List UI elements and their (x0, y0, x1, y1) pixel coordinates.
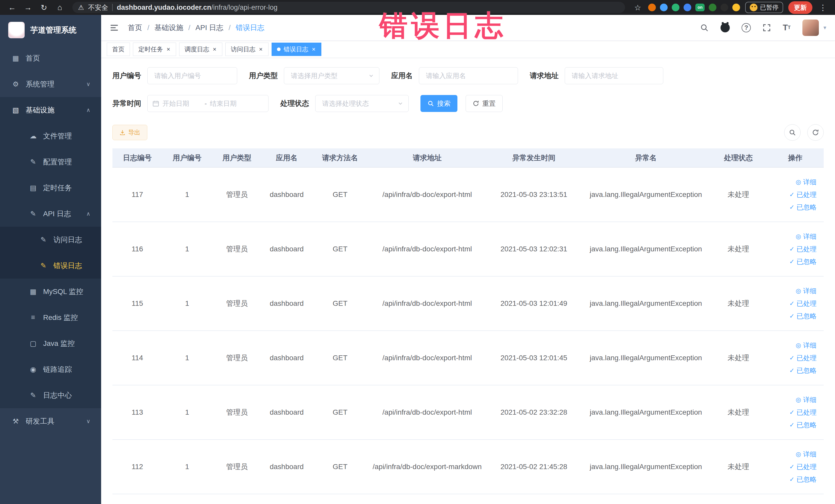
table-row: 1171管理员dashboardGET/api/infra/db-doc/exp… (113, 167, 824, 222)
action-detail-link[interactable]: ◎详细 (796, 232, 816, 241)
breadcrumb-item[interactable]: 首页 (128, 23, 142, 33)
toggle-search-button[interactable] (784, 124, 801, 141)
sidebar-item-mysql-monitor[interactable]: ▦MySQL 监控 (0, 279, 101, 304)
action-ignored-link[interactable]: ✓已忽略 (789, 421, 816, 429)
action-ignored-link[interactable]: ✓已忽略 (789, 312, 816, 321)
search-icon[interactable] (700, 23, 709, 32)
extension-green-circle-icon[interactable] (672, 4, 679, 11)
tab-scheduled-tasks[interactable]: 定时任务× (133, 43, 176, 56)
check-icon: ✓ (789, 463, 794, 470)
security-label[interactable]: 不安全 (88, 3, 108, 12)
sidebar-item-trace[interactable]: ◉链路追踪 (0, 356, 101, 382)
action-ignored-link[interactable]: ✓已忽略 (789, 257, 816, 266)
extension-paw-icon[interactable] (720, 4, 728, 11)
extension-tree-icon[interactable] (709, 4, 716, 11)
reload-icon[interactable]: ↻ (39, 3, 49, 12)
close-icon[interactable]: × (166, 46, 171, 53)
action-detail-link[interactable]: ◎详细 (796, 450, 816, 459)
action-ignored-link[interactable]: ✓已忽略 (789, 475, 816, 484)
cell-method: GET (312, 440, 369, 494)
sidebar-item-java-monitor[interactable]: ▢Java 监控 (0, 330, 101, 356)
sidebar-item-home[interactable]: ▦首页 (0, 45, 101, 71)
sidebar-item-infrastructure[interactable]: ▧基础设施∧ (0, 97, 101, 123)
request-url-input[interactable] (565, 67, 663, 84)
extension-orange-icon[interactable] (648, 4, 656, 11)
page-url[interactable]: dashboard.yudao.iocoder.cn/infra/log/api… (117, 4, 278, 12)
security-warning-icon[interactable]: ⚠ (78, 4, 84, 12)
user-type-select-input[interactable] (284, 67, 380, 84)
address-bar[interactable]: ⚠ 不安全 dashboard.yudao.iocoder.cn/infra/l… (73, 2, 625, 13)
reset-button[interactable]: 重置 (466, 95, 503, 112)
export-button[interactable]: 导出 (113, 125, 147, 140)
breadcrumb-item[interactable]: 错误日志 (236, 23, 264, 33)
close-icon[interactable]: × (311, 46, 316, 53)
action-detail-link[interactable]: ◎详细 (796, 178, 816, 187)
action-processed-link[interactable]: ✓已处理 (789, 190, 816, 199)
tab-home[interactable]: 首页 (107, 43, 130, 56)
extension-paused-chip[interactable]: 已暂停 (745, 2, 783, 13)
action-processed-link[interactable]: ✓已处理 (789, 299, 816, 308)
sidebar-item-redis-monitor[interactable]: ≡Redis 监控 (0, 304, 101, 330)
refresh-table-button[interactable] (807, 124, 824, 141)
table-row: 1121管理员dashboardGET/api/infra/db-doc/exp… (113, 440, 824, 494)
date-range-picker[interactable]: - (147, 95, 268, 112)
sidebar-item-error-log[interactable]: ✎错误日志 (0, 253, 101, 279)
sidebar-item-scheduled-tasks[interactable]: ▤定时任务 (0, 175, 101, 201)
start-date-input[interactable] (162, 100, 202, 107)
sidebar-item-dev-tools[interactable]: ⚒研发工具∨ (0, 408, 101, 434)
extension-blue-grid-icon[interactable] (684, 4, 691, 11)
sidebar-item-log-center[interactable]: ✎日志中心 (0, 382, 101, 408)
tab-label: 调度日志 (185, 45, 209, 54)
process-status-select-input[interactable] (315, 95, 409, 112)
sidebar-item-file-management[interactable]: ☁文件管理 (0, 123, 101, 149)
app-name-input[interactable] (419, 67, 518, 84)
breadcrumb-item[interactable]: 基础设施 (155, 23, 183, 33)
font-size-icon[interactable]: TT (782, 23, 791, 32)
action-label: 已处理 (796, 245, 816, 254)
tab-access-log[interactable]: 访问日志× (225, 43, 268, 56)
github-icon[interactable] (720, 23, 730, 32)
end-date-input[interactable] (210, 100, 249, 107)
help-icon[interactable]: ? (741, 23, 751, 32)
process-status-select[interactable] (315, 95, 409, 112)
user-avatar[interactable] (802, 20, 819, 36)
logo-row[interactable]: 芋道管理系统 (0, 15, 101, 45)
search-button[interactable]: 搜索 (421, 95, 457, 112)
fullscreen-icon[interactable] (762, 24, 771, 32)
cell-user_id: 1 (162, 222, 212, 276)
user-type-select[interactable] (284, 67, 380, 84)
bookmark-star-icon[interactable]: ☆ (632, 3, 643, 12)
action-detail-link[interactable]: ◎详细 (796, 341, 816, 350)
back-icon[interactable]: ← (7, 3, 18, 12)
action-processed-link[interactable]: ✓已处理 (789, 354, 816, 363)
action-ignored-link[interactable]: ✓已忽略 (789, 366, 816, 375)
avatar-caret-icon[interactable]: ▾ (823, 24, 826, 31)
hamburger-icon[interactable] (110, 23, 119, 32)
breadcrumb-item[interactable]: API 日志 (196, 23, 224, 33)
action-ignored-link[interactable]: ✓已忽略 (789, 203, 816, 212)
sidebar-item-system-management[interactable]: ⚙系统管理∨ (0, 71, 101, 97)
action-label: 已处理 (796, 190, 816, 199)
close-icon[interactable]: × (259, 46, 263, 53)
action-detail-link[interactable]: ◎详细 (796, 286, 816, 296)
extension-on-badge-icon[interactable]: on (695, 4, 705, 11)
tab-dispatch-log[interactable]: 调度日志× (179, 43, 222, 56)
tab-error-log[interactable]: 错误日志× (271, 43, 321, 56)
close-icon[interactable]: × (212, 46, 217, 53)
extension-smiley-icon[interactable] (732, 4, 740, 11)
sidebar-item-config-management[interactable]: ✎配置管理 (0, 149, 101, 175)
chevron-up-icon: ∧ (86, 107, 90, 114)
action-processed-link[interactable]: ✓已处理 (789, 245, 816, 254)
browser-home-icon[interactable]: ⌂ (55, 3, 65, 12)
action-detail-link[interactable]: ◎详细 (796, 396, 816, 404)
forward-icon[interactable]: → (23, 3, 33, 12)
check-icon: ✓ (789, 476, 794, 483)
action-processed-link[interactable]: ✓已处理 (789, 408, 816, 417)
browser-menu-icon[interactable]: ⋮ (817, 3, 828, 12)
extension-drop-icon[interactable] (660, 4, 668, 11)
sidebar-item-api-log[interactable]: ✎API 日志∧ (0, 201, 101, 227)
browser-update-button[interactable]: 更新 (788, 1, 812, 14)
action-processed-link[interactable]: ✓已处理 (789, 462, 816, 471)
user-id-input[interactable] (147, 67, 237, 84)
sidebar-item-access-log[interactable]: ✎访问日志 (0, 227, 101, 253)
